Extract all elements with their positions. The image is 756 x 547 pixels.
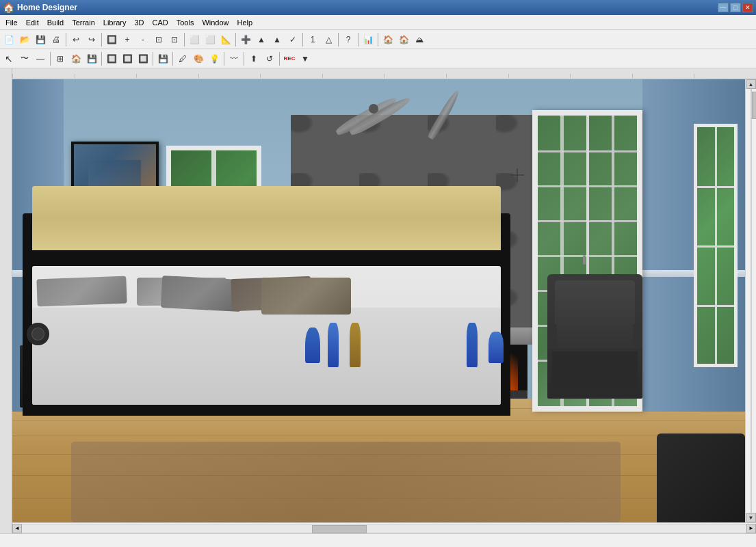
tb-add[interactable]: ➕	[238, 32, 253, 47]
pillow-3	[161, 276, 242, 312]
3d-viewport[interactable]	[12, 79, 745, 522]
tb2-walls[interactable]: ⊞	[53, 51, 68, 66]
sep11	[153, 52, 153, 66]
sep1	[66, 33, 66, 46]
headboard	[32, 186, 501, 250]
scroll-track[interactable]	[751, 89, 752, 513]
app-icon: 🏠	[3, 2, 14, 13]
tb2-house[interactable]: 🏠	[68, 51, 83, 66]
tb-zoom-in[interactable]: +	[120, 32, 135, 47]
vase-left	[305, 328, 320, 363]
tb2-wave[interactable]: 〰	[226, 51, 242, 66]
tb-new[interactable]: 📄	[1, 32, 16, 47]
sep6	[338, 33, 339, 46]
minimize-button[interactable]: —	[718, 3, 729, 12]
room-scene	[12, 79, 745, 522]
left-ruler	[0, 68, 12, 533]
menu-build[interactable]: Build	[43, 15, 68, 29]
right-scrollbar: ▲ ▼	[745, 79, 756, 522]
tb-zoom-ext[interactable]: ⊡	[151, 32, 166, 47]
tb-undo[interactable]: ↩	[68, 32, 83, 47]
main-area: ▲ ▼ ◄ ►	[0, 68, 756, 533]
menu-terrain[interactable]: Terrain	[68, 15, 99, 29]
tb-check[interactable]: ✓	[285, 32, 300, 47]
tb2-polyline[interactable]: 〜	[17, 51, 32, 66]
tb-view[interactable]: ▲	[270, 32, 285, 47]
scroll-down-arrow[interactable]: ▼	[746, 513, 756, 522]
sep15	[279, 52, 280, 66]
menu-bar: File Edit Build Terrain Library 3D CAD T…	[0, 15, 756, 30]
area-rug	[71, 442, 621, 522]
tb-help[interactable]: ?	[341, 32, 356, 47]
top-ruler	[12, 68, 756, 79]
window-title: Home Designer	[17, 3, 77, 12]
hscroll-left[interactable]: ◄	[12, 524, 22, 533]
menu-3d[interactable]: 3D	[130, 15, 148, 29]
hscroll-right[interactable]: ►	[746, 524, 756, 533]
tb2-pen[interactable]: 🖊	[175, 51, 190, 66]
pillow-5	[261, 278, 351, 315]
tb2-save2[interactable]: 💾	[84, 51, 99, 66]
tb2-box1[interactable]: 🔲	[104, 51, 119, 66]
toolbar2: ↖ 〜 — ⊞ 🏠 💾 🔲 🔲 🔲 💾 🖊 🎨 💡 〰 ⬆ ↺ REC ▼	[0, 49, 756, 68]
hscroll-track[interactable]	[22, 524, 746, 533]
tb-open[interactable]: 📂	[17, 32, 32, 47]
menu-window[interactable]: Window	[198, 15, 233, 29]
sep7	[358, 33, 359, 46]
tb2-box3[interactable]: 🔲	[135, 51, 151, 66]
tb-zoom-out[interactable]: -	[135, 32, 151, 47]
menu-cad[interactable]: CAD	[148, 15, 172, 29]
maximize-button[interactable]: □	[730, 3, 741, 12]
sep9	[50, 52, 51, 66]
hscroll-thumb[interactable]	[312, 525, 367, 533]
sep4	[235, 33, 236, 46]
toolbar1: 📄 📂 💾 🖨 ↩ ↪ 🔲 + - ⊡ ⊡ ⬜ ⬜ 📐 ➕ ▲ ▲ ✓ 1 △ …	[0, 30, 756, 49]
tb2-select[interactable]: ↖	[1, 51, 16, 66]
scroll-up-arrow[interactable]: ▲	[746, 79, 756, 89]
tb-up[interactable]: ▲	[254, 32, 269, 47]
tb-save[interactable]: 💾	[33, 32, 48, 47]
tb2-arrow[interactable]: ⬆	[246, 51, 261, 66]
tb2-box2[interactable]: 🔲	[120, 51, 135, 66]
tb2-bulb[interactable]: 💡	[207, 51, 222, 66]
sep2	[101, 33, 102, 46]
scroll-thumb[interactable]	[752, 92, 757, 119]
tb-house2[interactable]: 🏠	[396, 32, 411, 47]
tb-terrain[interactable]: ⛰	[412, 32, 427, 47]
tb-1[interactable]: 1	[305, 32, 320, 47]
sep10	[101, 52, 102, 66]
tb-elevation[interactable]: ⬜	[203, 32, 218, 47]
tb-zoom-fit[interactable]: 🔲	[104, 32, 119, 47]
tb2-paint[interactable]: 🎨	[191, 51, 206, 66]
tb-triangle[interactable]: △	[321, 32, 336, 47]
tb-redo[interactable]: ↪	[84, 32, 99, 47]
tb-select-all[interactable]: ⊡	[167, 32, 182, 47]
tb2-rec[interactable]: REC	[282, 51, 297, 66]
tb-chart[interactable]: 📊	[361, 32, 376, 47]
horizontal-scrollbar: ◄ ►	[12, 522, 756, 533]
tb2-line[interactable]: —	[33, 51, 48, 66]
menu-edit[interactable]: Edit	[22, 15, 43, 29]
menu-help[interactable]: Help	[233, 15, 257, 29]
menu-library[interactable]: Library	[99, 15, 131, 29]
sep3	[184, 33, 185, 46]
menu-file[interactable]: File	[1, 15, 22, 29]
vase-right	[488, 332, 503, 362]
tb2-dropdown[interactable]: ▼	[298, 51, 313, 66]
sep14	[244, 52, 244, 66]
cursor-crosshair	[510, 168, 524, 182]
sep8	[378, 33, 378, 46]
tb2-save3[interactable]: 💾	[155, 51, 170, 66]
tb2-rotate[interactable]: ↺	[262, 51, 277, 66]
alarm-clock	[27, 323, 49, 345]
tb-house1[interactable]: 🏠	[380, 32, 395, 47]
close-button[interactable]: ✕	[742, 3, 753, 12]
title-bar: 🏠 Home Designer — □ ✕	[0, 0, 756, 15]
tb-section[interactable]: 📐	[218, 32, 233, 47]
pillow-1	[37, 276, 127, 307]
tb-plan[interactable]: ⬜	[187, 32, 202, 47]
vase-center-left	[328, 323, 339, 367]
menu-tools[interactable]: Tools	[172, 15, 198, 29]
title-left: 🏠 Home Designer	[3, 2, 77, 13]
tb-print[interactable]: 🖨	[49, 32, 64, 47]
